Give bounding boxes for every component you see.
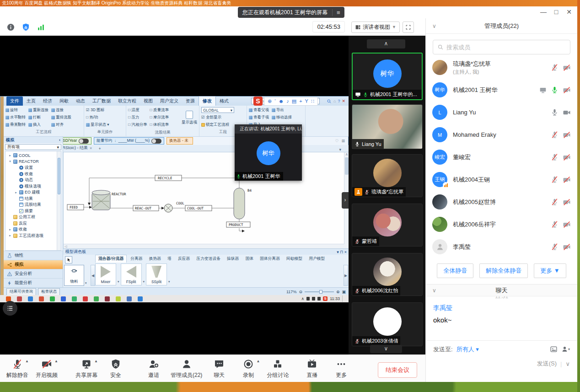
display-options-button[interactable]: 显示选项 xyxy=(182,107,197,129)
taskbar-app-icon[interactable] xyxy=(28,296,33,301)
chat-header[interactable]: ∨ 聊天 xyxy=(426,285,577,296)
nav-filter-dropdown[interactable]: 所有项▾ xyxy=(5,144,61,150)
ribbon-command[interactable]: GLOBAL ▾ xyxy=(201,107,234,113)
ribbon-command[interactable]: □ 体积流率 xyxy=(150,121,169,128)
show-desktop-button[interactable] xyxy=(342,295,344,302)
status-check-chip[interactable]: 检查状态 xyxy=(38,288,60,295)
toolbar-video-button[interactable]: ▲ 开启视频 xyxy=(34,358,59,379)
palette-tab[interactable]: 间歇模型 xyxy=(284,255,305,263)
end-meeting-button[interactable]: 结束会议 xyxy=(378,362,417,378)
video-thumbnail[interactable]: 琉璃盏*忘忧草 xyxy=(352,154,423,197)
camera-status-icon[interactable] xyxy=(563,243,571,251)
meeting-titlebar[interactable]: 您正在观看机械2001 王树华的屏幕 ≡ — □ ✕ xyxy=(0,6,577,18)
palette-tab[interactable]: 反应器 xyxy=(175,255,193,263)
caret-up-icon[interactable]: ▲ xyxy=(94,359,98,363)
member-row[interactable]: 王钢 机械2004王钢 xyxy=(426,168,577,191)
toolbar-record-button[interactable]: ▲ 录制 xyxy=(236,358,261,379)
member-row[interactable]: L Liang Yu xyxy=(426,101,577,124)
chat-sender-name[interactable]: 李禹莹 xyxy=(433,304,570,312)
nav-env-能量分析[interactable]: 能量分析 xyxy=(4,278,63,287)
camera-status-icon[interactable] xyxy=(563,86,571,94)
tree-item[interactable]: ▾REACTOR xyxy=(5,159,61,165)
tree-item[interactable]: 收敛 xyxy=(5,171,61,177)
sogou-tool-icon[interactable]: Y xyxy=(305,98,308,104)
taskbar-app-icon[interactable] xyxy=(127,296,132,301)
ribbon-command[interactable]: ☑ 3D 图标 xyxy=(86,107,109,113)
mic-status-icon[interactable] xyxy=(551,131,559,139)
camera-status-icon[interactable] xyxy=(563,198,571,206)
zoom-out-icon[interactable]: ⊖ xyxy=(299,290,302,294)
taskbar-app-icon[interactable] xyxy=(105,296,110,301)
palette-tab[interactable]: 固体 xyxy=(242,255,256,263)
palette-scroll-left[interactable]: ◀ xyxy=(91,265,95,286)
aspen-menu-10[interactable]: 资源 xyxy=(182,97,199,106)
mic-status-icon[interactable] xyxy=(551,108,559,116)
nav-env-物性[interactable]: 物性 xyxy=(4,251,63,260)
member-search-box[interactable] xyxy=(433,40,570,54)
meeting-security-icon[interactable] xyxy=(21,23,30,32)
ribbon-command[interactable]: 锁定工艺流程 xyxy=(201,121,234,128)
nav-env-模拟[interactable]: 模拟 xyxy=(4,260,63,269)
toolbar-security-button[interactable]: 安全 xyxy=(103,358,128,379)
tree-item[interactable]: 反应 xyxy=(5,220,61,227)
unmute-all-button[interactable]: 解除全体静音 xyxy=(479,263,528,278)
taskbar-app-icon[interactable] xyxy=(50,296,55,301)
tray-icon[interactable] xyxy=(312,297,315,301)
tree-item[interactable]: 模块选项 xyxy=(5,183,61,190)
toolbar-share-button[interactable]: ▲ 共享屏幕 xyxy=(74,358,99,379)
flowsheet-canvas[interactable]: FEED RECYCLE REACTOR REAC-OUT COOL COOL-… xyxy=(63,152,349,248)
ribbon-command[interactable]: 查看子项 xyxy=(249,114,269,121)
member-row[interactable]: 峻宏 董峻宏 xyxy=(426,146,577,168)
fullscreen-button[interactable] xyxy=(403,21,414,33)
aspen-help-icon[interactable]: ? xyxy=(338,99,340,103)
sogou-tool-icon[interactable]: ▤ xyxy=(292,98,296,104)
tray-icon[interactable] xyxy=(306,297,310,301)
tree-scrollbar[interactable] xyxy=(57,151,61,250)
aspen-menu-1[interactable]: 文件 xyxy=(6,97,23,106)
close-bar-icon[interactable]: ⊠ xyxy=(341,139,345,143)
collapse-chevron-icon[interactable]: ∨ xyxy=(432,287,436,294)
aspen-menu-6[interactable]: 工厂数据 xyxy=(89,97,114,106)
mic-status-icon[interactable] xyxy=(551,153,559,161)
banner-menu-icon[interactable]: ≡ xyxy=(332,9,344,16)
ribbon-command[interactable]: 对齐 xyxy=(51,121,71,128)
canvas-horizontal-scrollbar[interactable]: ◁ xyxy=(64,244,344,248)
tray-expand-icon[interactable]: ∧ xyxy=(301,296,305,301)
material-stream-button[interactable]: 物料 xyxy=(64,265,84,286)
sogou-tool-icon[interactable]: + xyxy=(299,98,302,104)
member-row[interactable]: 机械2005赵世博 xyxy=(426,191,577,213)
toolbar-more-button[interactable]: 更多 xyxy=(329,358,354,379)
economics-exchanger[interactable]: 换热器 - 未 xyxy=(166,137,193,145)
tree-item[interactable]: ✓摘要 xyxy=(5,208,61,215)
sogou-tool-icon[interactable]: ⊕ xyxy=(268,98,272,104)
tree-item[interactable]: 公用工程 xyxy=(5,214,61,220)
speaking-overlay-window[interactable]: 正在讲话: 机械2001 王树华, Li... 树华 机械2001 王树华 xyxy=(235,124,302,181)
palette-tab[interactable]: 固体分离器 xyxy=(257,255,283,263)
palette-tab[interactable]: 压力变送设备 xyxy=(193,255,223,263)
send-options-icon[interactable]: ∨ xyxy=(565,360,570,367)
sogou-tool-icon[interactable]: ’ xyxy=(274,98,275,104)
tab-close-icon[interactable]: × xyxy=(90,146,92,150)
ribbon-command[interactable]: □ 质量流率 xyxy=(150,107,169,113)
speaker-view-button[interactable]: 演讲者视图 ▼ xyxy=(351,21,400,33)
ribbon-command[interactable]: 重排流股 xyxy=(51,114,71,121)
mic-status-icon[interactable] xyxy=(551,86,559,94)
ribbon-command[interactable]: 移动选择 xyxy=(272,114,292,121)
sogou-logo-icon[interactable]: S xyxy=(253,97,263,106)
aspen-menu-12[interactable]: 格式 xyxy=(216,97,232,106)
ribbon-command[interactable]: □ 摩尔流率 xyxy=(150,114,169,121)
palette-tab[interactable]: 用户模型 xyxy=(306,255,328,263)
palette-tab[interactable]: 分离器 xyxy=(128,255,145,263)
ribbon-command[interactable]: □ 温度 xyxy=(128,107,147,113)
tree-item[interactable]: 设置 xyxy=(5,165,61,171)
meeting-info-icon[interactable] xyxy=(6,23,15,32)
palette-scroll-right[interactable]: ▶ xyxy=(344,265,348,286)
tree-item[interactable]: 流股结果 xyxy=(5,202,61,208)
member-search-input[interactable] xyxy=(446,44,566,51)
strip-scroll-down-button[interactable]: ∨ xyxy=(370,345,402,353)
aspen-menu-9[interactable]: 用户定义 xyxy=(156,97,182,106)
ribbon-command[interactable]: ☑ 全部显示 xyxy=(201,114,234,121)
toolbar-members-button[interactable]: 管理成员(22) xyxy=(171,358,202,379)
model-caret-icon[interactable]: ▾ xyxy=(168,280,170,284)
video-thumbnail[interactable]: 机械2003张倩倩 xyxy=(352,302,423,346)
